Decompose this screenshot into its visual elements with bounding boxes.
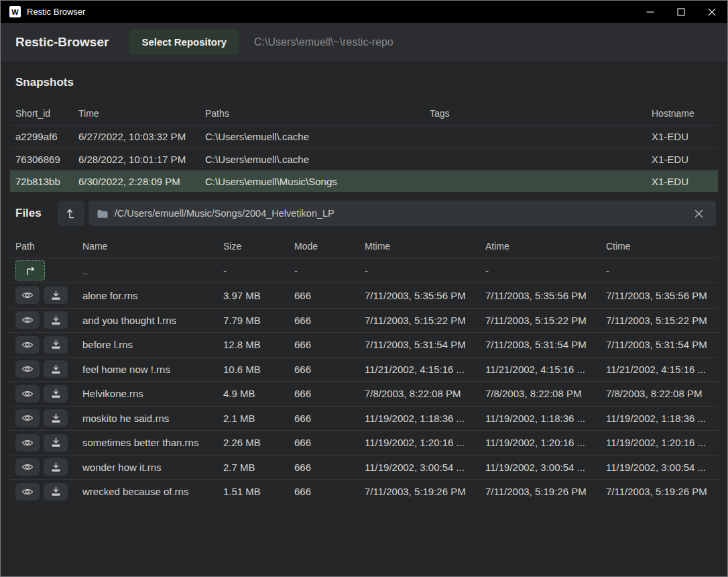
parent-mode: - [294, 265, 365, 276]
download-icon [51, 364, 61, 374]
download-file-button[interactable] [44, 385, 68, 403]
download-icon [51, 486, 61, 496]
maximize-button[interactable] [666, 1, 696, 23]
preview-file-button[interactable] [15, 385, 40, 403]
folder-icon [97, 209, 108, 219]
column-short-id: Short_id [15, 108, 78, 119]
download-icon [51, 413, 61, 423]
column-path: Path [15, 241, 82, 252]
file-atime: 7/11/2003, 5:31:54 PM [485, 339, 606, 350]
window-controls [635, 1, 727, 23]
column-name: Name [82, 241, 223, 252]
snapshot-paths: C:\Users\emuell\.cache [205, 131, 430, 142]
file-size: 7.79 MB [223, 315, 294, 326]
parent-directory-button[interactable] [15, 260, 45, 280]
file-ctime: 7/11/2003, 5:19:26 PM [606, 486, 718, 497]
file-ctime: 7/11/2003, 5:31:54 PM [606, 339, 718, 350]
current-path-value: /C/Users/emuell/Music/Songs/2004_Helveti… [115, 208, 689, 219]
download-file-button[interactable] [44, 483, 68, 501]
clear-path-button[interactable] [689, 204, 708, 223]
file-mtime: 7/11/2003, 5:35:56 PM [365, 290, 485, 301]
preview-file-button[interactable] [15, 311, 40, 329]
select-repository-button[interactable]: Select Repository [129, 29, 239, 55]
download-file-button[interactable] [44, 286, 68, 304]
clear-icon [694, 209, 703, 218]
snapshot-time: 6/27/2022, 10:03:32 PM [78, 131, 205, 142]
download-icon [51, 291, 61, 301]
file-mtime: 7/11/2003, 5:31:54 PM [365, 339, 485, 350]
files-table-header: Path Name Size Mode Mtime Atime Ctime [10, 234, 718, 258]
file-mtime: 7/8/2003, 8:22:08 PM [365, 388, 485, 399]
file-atime: 11/21/2002, 4:15:16 ... [485, 364, 606, 375]
file-atime: 7/11/2003, 5:19:26 PM [485, 486, 606, 497]
file-ctime: 11/19/2002, 3:00:54 ... [606, 462, 718, 473]
minimize-button[interactable] [635, 1, 666, 23]
snapshot-row[interactable]: 76306869 6/28/2022, 10:01:17 PM C:\Users… [10, 148, 718, 170]
file-mode: 666 [294, 462, 365, 473]
column-tags: Tags [430, 108, 652, 119]
file-atime: 11/19/2002, 1:18:36 ... [485, 413, 606, 424]
file-mode: 666 [294, 388, 365, 399]
file-size: 12.8 MB [223, 339, 294, 350]
snapshots-title: Snapshots [1, 61, 727, 101]
app-header: Restic-Browser Select Repository C:\User… [1, 23, 727, 61]
file-mtime: 11/19/2002, 3:00:54 ... [365, 462, 485, 473]
file-row: moskito he said.rns 2.1 MB 666 11/19/200… [10, 406, 718, 431]
level-up-icon [66, 207, 76, 219]
snapshot-paths: C:\Users\emuell\Music\Songs [205, 176, 430, 187]
parent-name: .. [82, 265, 223, 276]
current-path-input[interactable]: /C/Users/emuell/Music/Songs/2004_Helveti… [88, 201, 716, 226]
close-button[interactable] [696, 1, 727, 23]
column-paths: Paths [205, 108, 430, 119]
download-file-button[interactable] [44, 336, 68, 354]
eye-icon [21, 315, 34, 325]
snapshot-hostname: X1-EDU [652, 154, 718, 165]
file-ctime: 11/21/2002, 4:15:16 ... [606, 364, 718, 375]
preview-file-button[interactable] [15, 458, 40, 476]
snapshot-paths: C:\Users\emuell\.cache [205, 154, 430, 165]
file-size: 10.6 MB [223, 364, 294, 375]
download-file-button[interactable] [44, 434, 68, 452]
file-row: wonder how it.rns 2.7 MB 666 11/19/2002,… [10, 455, 718, 480]
eye-icon [21, 487, 34, 496]
download-file-button[interactable] [44, 458, 68, 476]
snapshot-time: 6/28/2022, 10:01:17 PM [78, 154, 205, 165]
minimize-icon [646, 8, 654, 16]
file-atime: 11/19/2002, 3:00:54 ... [485, 462, 606, 473]
eye-icon [21, 438, 34, 448]
go-up-button[interactable] [58, 201, 84, 226]
file-name: wonder how it.rns [82, 462, 223, 473]
snapshot-row[interactable]: 72b813bb 6/30/2022, 2:28:09 PM C:\Users\… [10, 170, 718, 192]
file-mtime: 11/19/2002, 1:20:16 ... [365, 437, 485, 448]
column-atime: Atime [485, 241, 606, 252]
parent-ctime: - [606, 265, 718, 276]
download-file-button[interactable] [44, 360, 68, 378]
file-row: before l.rns 12.8 MB 666 7/11/2003, 5:31… [10, 332, 718, 357]
snapshot-row[interactable]: a2299af6 6/27/2022, 10:03:32 PM C:\Users… [10, 125, 718, 148]
preview-file-button[interactable] [15, 409, 40, 427]
file-row: wrecked because of.rns 1.51 MB 666 7/11/… [10, 479, 718, 504]
file-mode: 666 [294, 413, 365, 424]
download-icon [51, 339, 61, 350]
maximize-icon [677, 8, 685, 16]
eye-icon [21, 291, 34, 300]
file-size: 2.1 MB [223, 413, 294, 424]
app-logo-icon: W [9, 6, 21, 17]
preview-file-button[interactable] [15, 434, 40, 452]
download-file-button[interactable] [44, 311, 68, 329]
files-bar: Files /C/Users/emuell/Music/Songs/2004_H… [15, 201, 716, 226]
file-name: feel home now !.rns [82, 364, 223, 375]
file-size: 3.97 MB [223, 290, 294, 301]
preview-file-button[interactable] [15, 360, 40, 378]
file-name: Helvikone.rns [82, 388, 223, 399]
preview-file-button[interactable] [15, 483, 40, 501]
file-mtime: 7/11/2003, 5:19:26 PM [365, 486, 485, 497]
file-row: feel home now !.rns 10.6 MB 666 11/21/20… [10, 357, 718, 382]
titlebar[interactable]: W Restic Browser [1, 1, 727, 23]
preview-file-button[interactable] [15, 336, 40, 354]
eye-icon [21, 389, 34, 399]
preview-file-button[interactable] [15, 286, 40, 304]
download-file-button[interactable] [44, 409, 68, 427]
file-size: 2.7 MB [223, 462, 294, 473]
parent-size: - [223, 265, 294, 276]
